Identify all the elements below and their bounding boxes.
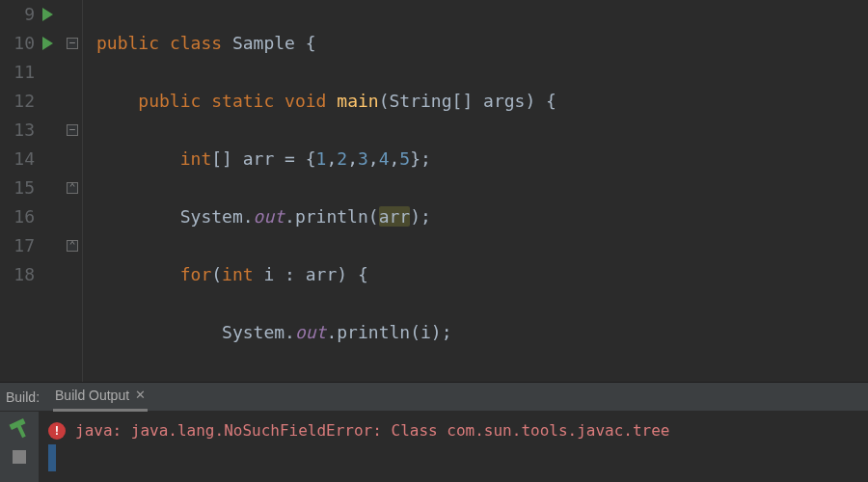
- number: 4: [379, 148, 390, 169]
- keyword: int: [180, 148, 212, 169]
- line-number-gutter: 9 10 11 12 13 14 15 16 17 18: [0, 0, 39, 382]
- fold-toggle-icon[interactable]: −: [67, 38, 78, 49]
- run-icon[interactable]: [42, 37, 53, 50]
- keyword: int: [222, 264, 254, 284]
- line-number: 16: [0, 202, 39, 231]
- line-number: 11: [0, 58, 39, 87]
- code-area[interactable]: public class Sample { public static void…: [83, 0, 609, 382]
- build-messages[interactable]: ! java: java.lang.NoSuchFieldError: Clas…: [39, 412, 868, 482]
- error-icon: !: [48, 422, 66, 440]
- field: out: [295, 322, 327, 342]
- run-icon[interactable]: [42, 8, 53, 21]
- identifier: arr: [243, 148, 275, 169]
- keyword: static: [211, 91, 274, 111]
- keyword: for: [180, 264, 212, 284]
- line-number: 15: [0, 174, 39, 202]
- tab-build-output[interactable]: Build Output ✕: [53, 383, 148, 412]
- identifier: i: [420, 322, 431, 342]
- run-gutter: [39, 0, 64, 382]
- param: args: [483, 91, 525, 111]
- number: 2: [337, 148, 347, 169]
- build-panel: Build: Build Output ✕ ! java: java.lang.…: [0, 382, 868, 482]
- build-toolbar: [0, 412, 39, 482]
- method-call: println: [295, 206, 368, 227]
- hammer-icon[interactable]: [10, 419, 29, 439]
- keyword: public: [96, 33, 159, 53]
- tab-label: Build Output: [55, 381, 129, 410]
- class-ref: System: [222, 322, 285, 342]
- fold-toggle-icon[interactable]: −: [67, 124, 78, 136]
- close-icon[interactable]: ✕: [135, 381, 146, 410]
- error-row[interactable]: ! java: java.lang.NoSuchFieldError: Clas…: [48, 417, 858, 444]
- number: 3: [358, 148, 368, 169]
- build-tabs: Build: Build Output ✕: [0, 383, 868, 412]
- error-message: java: java.lang.NoSuchFieldError: Class …: [75, 416, 670, 445]
- fold-close-icon[interactable]: ⌃: [67, 182, 78, 194]
- keyword: public: [138, 91, 201, 111]
- number: 1: [316, 148, 327, 169]
- line-number: 12: [0, 87, 39, 116]
- selection-bar: [48, 444, 56, 471]
- method: main: [337, 91, 378, 111]
- identifier-highlight: arr: [379, 206, 411, 227]
- line-number: 17: [0, 231, 39, 260]
- build-label: Build:: [6, 383, 40, 412]
- line-number: 10: [0, 29, 39, 58]
- code-editor[interactable]: 9 10 11 12 13 14 15 16 17 18 − − ⌃ ⌃ pub…: [0, 0, 868, 382]
- stop-icon[interactable]: [13, 450, 26, 464]
- line-number: 14: [0, 145, 39, 174]
- field: out: [254, 206, 285, 227]
- line-number: 18: [0, 260, 39, 289]
- keyword: void: [285, 91, 326, 111]
- fold-gutter: − − ⌃ ⌃: [64, 0, 83, 382]
- identifier: arr: [306, 264, 338, 284]
- class-name: Sample: [232, 33, 295, 53]
- method-call: println: [337, 322, 410, 342]
- identifier: i: [263, 264, 274, 284]
- number: 5: [399, 148, 410, 169]
- line-number: 9: [0, 0, 39, 29]
- selection-row: [48, 444, 858, 471]
- fold-close-icon[interactable]: ⌃: [67, 240, 78, 252]
- type: String: [390, 91, 452, 111]
- class-ref: System: [180, 206, 243, 227]
- keyword: class: [170, 33, 222, 53]
- line-number: 13: [0, 116, 39, 145]
